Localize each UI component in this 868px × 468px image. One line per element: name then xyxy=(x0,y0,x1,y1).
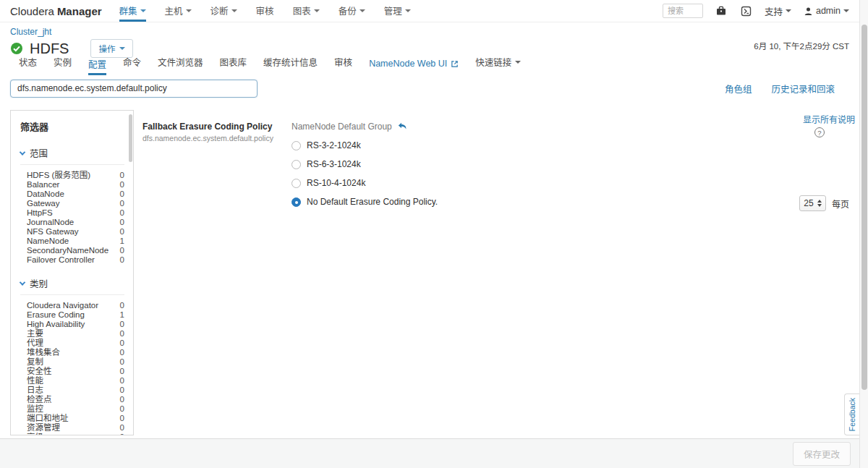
filter-row[interactable]: 堆栈集合0 xyxy=(20,348,124,357)
chevron-down-icon xyxy=(20,149,25,155)
caret-down-icon xyxy=(405,9,411,12)
caret-down-icon xyxy=(231,9,237,12)
caret-down-icon xyxy=(515,61,521,64)
brand-regular: Cloudera xyxy=(10,5,54,17)
menu-clusters[interactable]: 群集 xyxy=(119,0,146,22)
main-menu: 群集 主机 诊断 审核 图表 备份 管理 xyxy=(119,0,411,22)
caret-down-icon xyxy=(314,9,320,12)
radio-unchecked-icon xyxy=(292,179,301,188)
filters-title: 筛选器 xyxy=(20,119,124,133)
user-menu[interactable]: admin xyxy=(804,6,849,16)
filter-row[interactable]: Cloudera Navigator0 xyxy=(20,301,124,310)
filter-row[interactable]: 检查点0 xyxy=(20,395,124,404)
pagination: 25 每页 xyxy=(799,195,849,211)
filter-row[interactable]: Gateway0 xyxy=(20,199,124,208)
undo-icon[interactable] xyxy=(397,122,407,132)
category-section-header[interactable]: 类别 xyxy=(20,276,124,295)
running-commands-icon[interactable] xyxy=(740,5,752,17)
radio-unchecked-icon xyxy=(292,160,301,169)
category-section: 类别 Cloudera Navigator0 Erasure Coding1 H… xyxy=(20,276,124,435)
filter-row[interactable]: 资源管理0 xyxy=(20,423,124,433)
scrollbar-thumb[interactable] xyxy=(861,25,867,390)
caret-down-icon xyxy=(843,9,849,12)
caret-down-icon xyxy=(140,9,146,12)
filter-row[interactable]: Erasure Coding1 xyxy=(20,310,124,320)
brand-bold: Manager xyxy=(57,5,102,17)
chevron-down-icon xyxy=(20,279,25,285)
filter-row[interactable]: 性能0 xyxy=(20,376,124,386)
filter-row[interactable]: 复制0 xyxy=(20,357,124,367)
filter-row[interactable]: 代理0 xyxy=(20,339,124,348)
page-title: HDFS xyxy=(30,41,69,57)
sidebar-scrollbar-thumb[interactable] xyxy=(129,114,132,162)
tab-status[interactable]: 状态 xyxy=(19,55,37,75)
filter-row[interactable]: NameNode1 xyxy=(20,237,124,246)
radio-option[interactable]: RS-3-2-1024k xyxy=(292,140,438,150)
filter-row[interactable]: JournalNode0 xyxy=(20,218,124,227)
support-menu[interactable]: 支持 xyxy=(765,4,791,18)
show-all-descriptions-link[interactable]: 显示所有说明 xyxy=(803,113,855,125)
page-size-select[interactable]: 25 xyxy=(799,195,826,211)
filter-row[interactable]: High Availability0 xyxy=(20,320,124,329)
menu-diagnostics[interactable]: 诊断 xyxy=(210,0,237,22)
cloudera-manager-page: Cloudera Manager 群集 主机 诊断 审核 图表 备份 管理 xyxy=(0,0,868,468)
radio-option[interactable]: RS-10-4-1024k xyxy=(292,178,438,188)
filter-row[interactable]: 高级0 xyxy=(20,433,124,435)
filter-row[interactable]: 主要0 xyxy=(20,329,124,339)
tab-file-browser[interactable]: 文件浏览器 xyxy=(158,55,203,75)
tab-audits[interactable]: 审核 xyxy=(334,55,352,75)
user-icon xyxy=(804,7,813,16)
tab-configuration[interactable]: 配置 xyxy=(88,57,106,75)
filter-row[interactable]: HttpFS0 xyxy=(20,208,124,218)
radio-option[interactable]: RS-6-3-1024k xyxy=(292,159,438,169)
scope-section-header[interactable]: 范围 xyxy=(20,146,124,165)
filter-row[interactable]: 端口和地址0 xyxy=(20,414,124,423)
top-nav-bar: Cloudera Manager 群集 主机 诊断 审核 图表 备份 管理 xyxy=(0,0,868,22)
caret-down-icon xyxy=(359,9,365,12)
tab-commands[interactable]: 命令 xyxy=(123,55,141,75)
save-changes-button[interactable]: 保存更改 xyxy=(793,442,851,466)
parcels-icon[interactable] xyxy=(715,5,728,17)
radio-checked-icon xyxy=(292,197,301,207)
menu-charts[interactable]: 图表 xyxy=(293,0,320,22)
tab-cache-statistics[interactable]: 缓存统计信息 xyxy=(263,55,318,75)
tab-quick-links[interactable]: 快速链接 xyxy=(475,55,521,75)
tab-chart-library[interactable]: 图表库 xyxy=(220,55,247,75)
config-search-input[interactable] xyxy=(10,80,258,98)
actions-button[interactable]: 操作 xyxy=(90,39,133,58)
filter-row[interactable]: 日志0 xyxy=(20,386,124,395)
page-scrollbar xyxy=(859,0,868,468)
breadcrumb-cluster-link[interactable]: Cluster_jht xyxy=(10,27,51,37)
caret-down-icon xyxy=(119,47,125,50)
filter-row[interactable]: Balancer0 xyxy=(20,180,124,190)
filter-row[interactable]: 监控0 xyxy=(20,404,124,414)
filter-row[interactable]: Failover Controller0 xyxy=(20,255,124,265)
scope-section: 范围 HDFS (服务范围)0 Balancer0 DataNode0 Gate… xyxy=(20,146,124,265)
tab-instances[interactable]: 实例 xyxy=(54,55,72,75)
service-header: Cluster_jht HDFS 操作 6月 10, 下午2点29分 CST xyxy=(0,22,868,56)
stepper-arrows-icon xyxy=(817,200,822,207)
menu-backup[interactable]: 备份 xyxy=(339,0,365,22)
role-groups-link[interactable]: 角色组 xyxy=(725,82,752,95)
property-row: Fallback Erasure Coding Policy dfs.namen… xyxy=(142,122,716,207)
filter-row[interactable]: SecondaryNameNode0 xyxy=(20,246,124,255)
external-link-icon xyxy=(451,60,459,68)
menu-administration[interactable]: 管理 xyxy=(384,0,411,22)
filter-row[interactable]: 安全性0 xyxy=(20,367,124,376)
radio-option-selected[interactable]: No Default Erasure Coding Policy. xyxy=(292,197,438,207)
filters-sidebar: 筛选器 范围 HDFS (服务范围)0 Balancer0 DataNode0 … xyxy=(10,110,134,435)
global-search-input[interactable] xyxy=(663,4,703,18)
history-rollback-link[interactable]: 历史记录和回滚 xyxy=(771,82,835,95)
tab-namenode-web-ui[interactable]: NameNode Web UI xyxy=(369,59,459,75)
feedback-tab[interactable]: Feedback xyxy=(844,393,859,435)
filter-row[interactable]: HDFS (服务范围)0 xyxy=(20,171,124,180)
brand-logo[interactable]: Cloudera Manager xyxy=(10,0,102,22)
property-config-key: dfs.namenode.ec.system.default.policy xyxy=(142,134,281,142)
help-icon[interactable]: ? xyxy=(814,127,825,137)
filter-row[interactable]: DataNode0 xyxy=(20,190,124,199)
menu-audits[interactable]: 审核 xyxy=(256,0,274,22)
filter-row[interactable]: NFS Gateway0 xyxy=(20,227,124,237)
menu-hosts[interactable]: 主机 xyxy=(165,0,192,22)
property-display-name: Fallback Erasure Coding Policy xyxy=(142,122,281,132)
header-right-group: 支持 admin xyxy=(663,0,854,22)
